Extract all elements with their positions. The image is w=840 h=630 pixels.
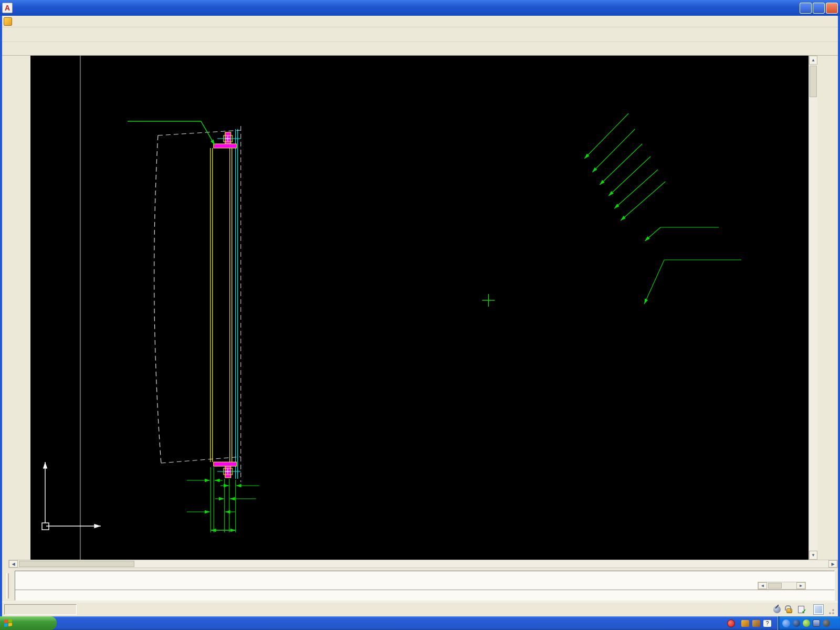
status-bar [2,602,838,616]
windows-taskbar: ? [0,616,840,630]
docked-toolbars-left [2,56,30,560]
autocad-window: A [0,0,840,616]
tray-volume-icon[interactable] [823,620,830,627]
circle-center-mark [482,294,495,307]
title-bar[interactable]: A [0,0,840,16]
tray-app-icon-sphere[interactable] [793,620,800,627]
tray-network-icon[interactable] [813,620,820,627]
tray-collapse-button[interactable] [782,620,790,627]
lens-profile-dashed-curve [154,135,161,463]
status-tray [772,604,836,615]
menu-bar [2,16,838,27]
ime-tools-icon[interactable] [752,620,760,627]
drawing-canvas[interactable] [30,56,808,560]
clean-screen-button[interactable] [813,604,824,615]
cad-drawing[interactable] [30,56,808,560]
scroll-left-button[interactable]: ◀ [9,560,18,568]
standard-toolbar [2,27,838,42]
close-button[interactable] [826,3,838,14]
command-window-grip[interactable] [6,573,9,598]
desktop: A [0,0,840,630]
start-button[interactable] [0,616,57,630]
communication-center-icon[interactable] [772,605,782,614]
scroll-down-button[interactable]: ▼ [809,551,817,560]
mount-surface-lines [236,129,238,479]
scroll-right-button[interactable]: ▶ [828,560,837,568]
minimize-button[interactable] [800,3,812,14]
horizontal-scroll-thumb[interactable] [19,561,134,567]
drawing-doc-icon [4,17,12,26]
baffle-wall-lines [211,148,232,462]
linear-dimensions [187,467,259,532]
horizontal-scrollbar[interactable]: ◀ ▶ [8,560,838,568]
restore-button[interactable] [813,3,825,14]
command-prompt[interactable] [15,590,834,592]
toolbar-lock-icon[interactable] [784,605,794,614]
right-filler [817,56,838,560]
language-bar: ? [724,616,778,630]
bottom-bracket-detail [214,462,241,478]
security-tray-icon[interactable] [727,620,735,627]
ime-pad-icon[interactable] [741,620,749,627]
diameter-leaders [128,113,741,304]
draw-modify-toolbar [3,56,16,559]
autocad-app-icon: A [2,3,13,13]
scroll-up-button[interactable]: ▲ [809,56,817,65]
vertical-scrollbar[interactable]: ▲ ▼ [808,56,817,560]
command-scroll-right[interactable]: ▶ [796,582,805,589]
validation-icon[interactable] [796,605,806,614]
vertical-scroll-thumb[interactable] [810,66,817,97]
main-area: ▲ ▼ [2,56,838,560]
layout-tabs-row: ◀ ▶ [2,560,838,569]
windows-logo-icon [4,619,13,627]
system-tray [778,616,840,630]
osnap-modeling-toolbar [17,56,30,559]
ime-help-icon[interactable]: ? [763,620,771,627]
tray-messenger-icon[interactable] [803,620,810,627]
ucs-icon [42,462,101,530]
layers-properties-toolbar [2,42,838,56]
command-scroll-thumb[interactable] [768,583,782,589]
command-history[interactable] [15,571,834,590]
top-bracket-detail [214,132,241,148]
command-scrollbar[interactable]: ◀ ▶ [758,582,806,590]
coordinate-readout [4,604,77,615]
section-view [154,126,241,482]
command-window: ◀ ▶ [2,569,838,602]
window-resize-grip[interactable] [828,604,836,615]
command-scroll-left[interactable]: ◀ [758,582,767,589]
